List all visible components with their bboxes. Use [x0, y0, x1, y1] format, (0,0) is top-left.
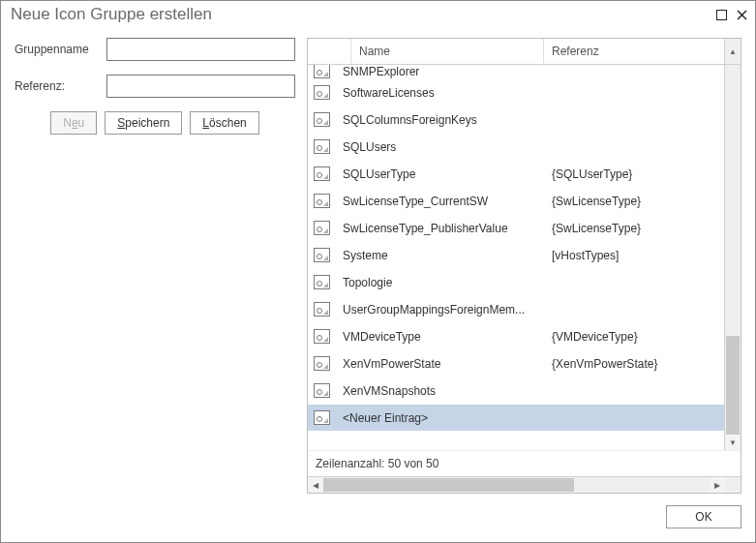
picture-icon — [314, 302, 330, 317]
picture-icon — [314, 65, 330, 78]
row-name-cell: SQLUsers — [335, 140, 544, 154]
picture-icon — [314, 410, 330, 425]
row-icon-cell — [308, 248, 335, 262]
table-row[interactable]: SwLicenseType_CurrentSW{SwLicenseType} — [308, 188, 724, 215]
scrollbar-thumb[interactable] — [726, 336, 740, 435]
table-row[interactable]: <Neuer Eintrag> — [308, 405, 724, 432]
row-name-cell: UserGroupMappingsForeignMem... — [335, 303, 544, 317]
row-name-cell: SoftwareLicenses — [335, 86, 544, 100]
row-icon-cell — [308, 85, 335, 100]
vertical-scrollbar[interactable]: ▼ — [724, 65, 741, 450]
row-name-cell: XenVmPowerState — [335, 357, 544, 371]
picture-icon — [314, 356, 330, 371]
reference-input[interactable] — [106, 75, 295, 98]
row-name-cell: SQLColumnsForeignKeys — [335, 113, 544, 127]
row-name-cell: SNMPExplorer — [335, 65, 544, 78]
table-body: SNMPExplorerSoftwareLicensesSQLColumnsFo… — [308, 65, 741, 450]
row-icon-cell — [308, 383, 335, 398]
row-ref-cell: {SQLUserType} — [544, 167, 724, 181]
row-name-cell: SQLUserType — [335, 167, 544, 181]
row-name-cell: Systeme — [335, 249, 544, 262]
table-row[interactable]: SQLUserType{SQLUserType} — [308, 161, 724, 188]
row-name-cell: SwLicenseType_CurrentSW — [335, 195, 544, 208]
row-icon-cell — [308, 275, 335, 289]
row-icon-cell — [308, 356, 335, 371]
col-name[interactable]: Name — [351, 39, 544, 64]
table-row[interactable]: SNMPExplorer — [308, 65, 724, 79]
dialog-window: Neue Icon Gruppe erstellen Gruppenname R… — [0, 0, 756, 543]
row-icon-cell — [308, 166, 335, 181]
table-row[interactable]: XenVMSnapshots — [308, 377, 724, 405]
reference-label: Referenz: — [15, 79, 106, 93]
table-header: Name Referenz ▲ — [308, 39, 741, 65]
picture-icon — [314, 85, 330, 100]
form-panel: Gruppenname Referenz: Neu Speichern Lösc… — [15, 38, 295, 494]
table-row[interactable]: SQLColumnsForeignKeys — [308, 106, 724, 134]
row-name-cell: XenVMSnapshots — [335, 384, 544, 398]
row-icon-cell — [308, 139, 335, 154]
picture-icon — [314, 275, 330, 289]
table-row[interactable]: Systeme[vHostTypes] — [308, 242, 724, 269]
delete-button[interactable]: Löschen — [190, 111, 258, 135]
picture-icon — [314, 194, 330, 208]
picture-icon — [314, 166, 330, 181]
table-row[interactable]: SoftwareLicenses — [308, 79, 724, 106]
window-controls — [716, 10, 747, 20]
form-buttons: Neu Speichern Löschen — [15, 111, 295, 135]
picture-icon — [314, 383, 330, 398]
icon-group-table: Name Referenz ▲ SNMPExplorerSoftwareLice… — [307, 38, 741, 494]
picture-icon — [314, 139, 330, 154]
row-ref-cell: [vHostTypes] — [544, 249, 724, 262]
dialog-title: Neue Icon Gruppe erstellen — [11, 5, 212, 24]
row-name-cell: SwLicenseType_PublisherValue — [335, 222, 544, 235]
row-icon-cell — [308, 410, 335, 425]
picture-icon — [314, 112, 330, 127]
new-button: Neu — [50, 111, 97, 135]
picture-icon — [314, 248, 330, 262]
groupname-input[interactable] — [106, 38, 295, 61]
row-ref-cell: {SwLicenseType} — [544, 222, 724, 235]
horizontal-scrollbar[interactable]: ◀ ▶ — [308, 476, 741, 493]
save-button[interactable]: Speichern — [105, 111, 182, 135]
close-icon[interactable] — [737, 10, 747, 20]
row-icon-cell — [308, 112, 335, 127]
scrollbar-corner — [725, 477, 741, 493]
row-name-cell: VMDeviceType — [335, 330, 544, 344]
table-row[interactable]: Topologie — [308, 269, 724, 296]
row-icon-cell — [308, 65, 335, 78]
groupname-label: Gruppenname — [15, 43, 106, 56]
h-scrollbar-thumb[interactable] — [323, 478, 574, 492]
table-row[interactable]: SQLUsers — [308, 134, 724, 161]
scroll-left-icon[interactable]: ◀ — [308, 477, 323, 493]
row-icon-cell — [308, 329, 335, 344]
dialog-footer: OK — [1, 494, 755, 542]
table-row[interactable]: XenVmPowerState{XenVmPowerState} — [308, 350, 724, 377]
row-ref-cell: {XenVmPowerState} — [544, 357, 724, 371]
row-name-cell: <Neuer Eintrag> — [335, 411, 544, 425]
svg-rect-0 — [717, 10, 727, 19]
ok-button[interactable]: OK — [666, 505, 741, 528]
scroll-up-icon[interactable]: ▲ — [724, 39, 741, 64]
table-row[interactable]: UserGroupMappingsForeignMem... — [308, 296, 724, 323]
row-icon-cell — [308, 194, 335, 208]
table-row[interactable]: VMDeviceType{VMDeviceType} — [308, 323, 724, 350]
row-icon-cell — [308, 302, 335, 317]
scroll-right-icon[interactable]: ▶ — [710, 477, 725, 493]
col-icon[interactable] — [308, 39, 351, 64]
titlebar: Neue Icon Gruppe erstellen — [1, 1, 755, 28]
row-name-cell: Topologie — [335, 276, 544, 289]
table-row[interactable]: SwLicenseType_PublisherValue{SwLicenseTy… — [308, 215, 724, 242]
row-ref-cell: {VMDeviceType} — [544, 330, 724, 344]
dialog-body: Gruppenname Referenz: Neu Speichern Lösc… — [1, 28, 755, 494]
maximize-icon[interactable] — [716, 10, 727, 20]
picture-icon — [314, 221, 330, 235]
row-icon-cell — [308, 221, 335, 235]
picture-icon — [314, 329, 330, 344]
row-ref-cell: {SwLicenseType} — [544, 195, 724, 208]
scroll-down-icon[interactable]: ▼ — [725, 435, 741, 450]
row-count-status: Zeilenanzahl: 50 von 50 — [308, 450, 741, 476]
col-ref[interactable]: Referenz — [544, 39, 724, 64]
